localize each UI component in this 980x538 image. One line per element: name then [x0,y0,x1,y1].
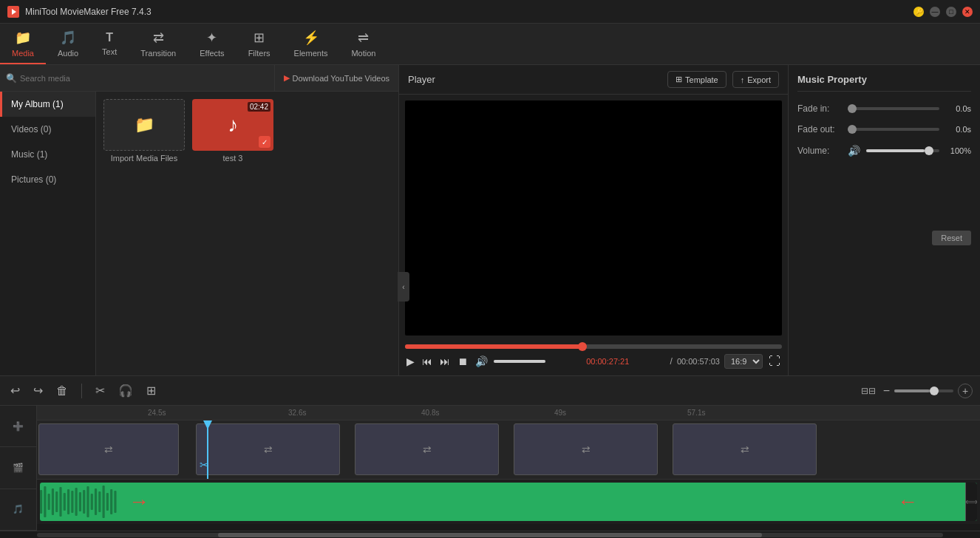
svg-rect-7 [59,487,61,517]
panel-collapse-handle[interactable]: ‹ [398,272,409,302]
download-youtube-button[interactable]: ▶ Download YouTube Videos [274,65,399,91]
toolbar-transition[interactable]: ⇄ Transition [129,24,188,64]
transition-icon: ⇄ [153,30,164,46]
crop-button[interactable]: ⊞ [143,381,159,401]
timeline-scrollbar[interactable] [0,531,980,538]
motion-label: Motion [351,49,375,58]
close-button[interactable]: ✕ [962,7,973,17]
media-label: Media [12,49,34,58]
key-button[interactable]: 🔑 [913,7,924,17]
controls-row: ▶ ⏮ ⏭ ⏹ 🔊 00:00:27:21 / 00:00:57:03 16:9… [405,353,782,370]
zoom-out-button[interactable]: − [883,384,890,398]
export-button[interactable]: ↑ Export [732,71,779,88]
fade-out-slider[interactable] [848,128,939,131]
aspect-ratio-select[interactable]: 16:9 9:16 1:1 4:3 21:9 [724,354,763,369]
zoom-add-button[interactable]: + [958,384,973,398]
fit-button[interactable]: ⊟⊟ [858,383,879,399]
stop-button[interactable]: ⏹ [456,354,469,369]
music-media-item[interactable]: ♪ 02:42 ✓ test 3 [192,99,273,163]
add-track-label[interactable]: ➕ [0,406,36,447]
reset-button[interactable]: Reset [932,231,971,245]
audio-label: Audio [58,49,78,58]
progress-fill [405,344,582,349]
scrollbar-thumb[interactable] [218,533,762,537]
toolbar-media[interactable]: 📁 Media [0,24,46,64]
volume-slider[interactable] [494,360,545,363]
audio-resize-handle[interactable]: ⟺ [965,483,977,521]
play-button[interactable]: ▶ [405,354,416,369]
time-separator: / [670,356,673,367]
video-clip-1[interactable]: ⇄ [38,423,179,475]
sidebar-item-music[interactable]: Music (1) [0,142,95,167]
volume-row: Volume: 🔊 100% [797,145,971,157]
volume-fill [494,360,545,363]
fade-in-row: Fade in: 0.0s [797,103,971,114]
undo-button[interactable]: ↩ [7,381,23,401]
svg-rect-19 [106,493,109,511]
app-logo [7,6,19,18]
sidebar-item-videos[interactable]: Videos (0) [0,117,95,142]
library-content: My Album (1) Videos (0) Music (1) Pictur… [0,92,398,375]
video-clip-5[interactable]: ⇄ [673,423,817,475]
zoom-slider[interactable] [894,389,953,392]
toolbar-filters[interactable]: ⊞ Filters [237,24,282,64]
toolbar: 📁 Media 🎵 Audio T Text ⇄ Transition ✦ Ef… [0,24,980,65]
next-frame-button[interactable]: ⏭ [438,354,452,369]
svg-rect-2 [40,490,42,514]
timeline-toolbar: ↩ ↪ 🗑 ✂ 🎧 ⊞ ⊟⊟ − + [0,376,980,406]
media-duration: 02:42 [248,102,270,112]
template-button[interactable]: ⊞ Template [667,71,727,88]
fade-out-row: Fade out: 0.0s [797,124,971,134]
volume-property-slider[interactable] [866,149,939,152]
maximize-button[interactable]: □ [946,7,956,17]
sidebar-item-pictures[interactable]: Pictures (0) [0,167,95,192]
audio-detach-button[interactable]: 🎧 [115,381,136,401]
prev-frame-button[interactable]: ⏮ [421,354,434,369]
toolbar-text[interactable]: T Text [90,24,129,64]
search-input[interactable] [20,74,268,83]
svg-rect-16 [95,488,97,515]
time-current: 00:00:27:21 [550,357,666,366]
time-total: 00:00:57:03 [677,357,720,366]
scrollbar-track[interactable] [37,533,943,537]
redo-button[interactable]: ↪ [30,381,46,401]
fade-out-label: Fade out: [797,124,842,134]
video-clip-2[interactable]: ⇄ [196,423,340,475]
progress-thumb [578,342,587,351]
cut-button[interactable]: ✂ [92,381,108,401]
video-clip-4[interactable]: ⇄ [514,423,658,475]
fade-out-thumb [848,125,857,134]
video-track-label: 🎬 [0,447,36,488]
volume-slider-fill [866,149,925,152]
player-controls: ▶ ⏮ ⏭ ⏹ 🔊 00:00:27:21 / 00:00:57:03 16:9… [399,341,788,375]
toolbar-motion[interactable]: ⇌ Motion [339,24,387,64]
toolbar-elements[interactable]: ⚡ Elements [282,24,340,64]
waveform-svg [40,483,977,521]
volume-button[interactable]: 🔊 [474,354,489,369]
import-media-thumb: 📁 [103,99,185,151]
playback-progress-bar[interactable] [405,344,782,349]
video-clip-3[interactable]: ⇄ [355,423,499,475]
audio-icon: 🎵 [60,30,76,46]
elements-label: Elements [294,49,328,58]
audio-track-icon: 🎵 [13,504,24,514]
media-icon: 📁 [15,30,31,46]
sidebar-item-my-album[interactable]: My Album (1) [0,92,95,117]
minimize-button[interactable]: — [930,7,940,17]
export-icon: ↑ [741,75,745,84]
fade-in-slider[interactable] [848,107,939,110]
svg-rect-5 [52,488,54,515]
import-media-item[interactable]: 📁 Import Media Files [103,99,185,163]
svg-rect-8 [64,493,66,511]
audio-track-label: 🎵 [0,489,36,531]
text-icon: T [106,31,113,44]
svg-rect-10 [71,491,73,513]
toolbar-effects[interactable]: ✦ Effects [188,24,236,64]
app-title: MiniTool MovieMaker Free 7.4.3 [25,7,913,17]
toolbar-audio[interactable]: 🎵 Audio [46,24,90,64]
timeline: ↩ ↪ 🗑 ✂ 🎧 ⊞ ⊟⊟ − + ➕ 🎬 🎵 [0,375,980,538]
fullscreen-button[interactable]: ⛶ [767,353,782,370]
delete-button[interactable]: 🗑 [53,381,71,401]
music-note-icon: ♪ [228,113,238,137]
svg-rect-6 [55,491,58,512]
